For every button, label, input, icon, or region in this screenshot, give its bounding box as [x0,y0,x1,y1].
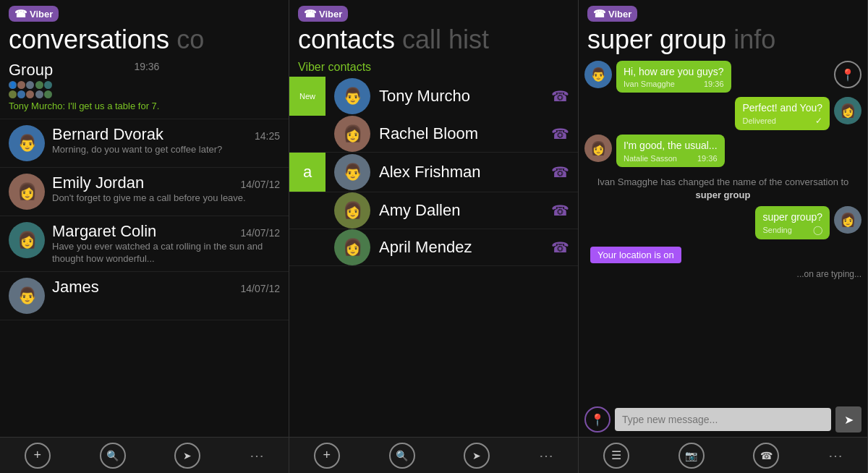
chat-messages-area: 👨 Hi, how are you guys? Ivan Smagghe 19:… [579,55,867,402]
bubble-perfect: Perfect! and You? Delivered ✓ [735,97,830,130]
more-options-button-3[interactable]: ⋯ [828,447,843,464]
status-delivered: Delivered [742,116,775,125]
viber-logo-text-1: Viber [30,9,53,20]
group-av-1: 👤 [9,81,17,89]
viber-logo-icon-3: ☎ [593,8,605,20]
send-button[interactable]: ➤ [835,406,861,432]
james-info: James 14/07/12 [52,278,280,297]
phone-button[interactable]: ☎ [753,443,779,469]
msg-sent-perfect: Perfect! and You? Delivered ✓ 👩 [584,97,861,130]
emily-preview: Don't forget to give me a call before yo… [52,192,280,205]
tony-face: 👨 [334,78,370,114]
conv-item-bernard[interactable]: 👨 Bernard Dvorak 14:25 Morning, do you w… [0,119,289,168]
chat-input-area: 📍 ➤ [579,402,867,437]
input-row: 📍 ➤ [584,406,861,432]
alex-row[interactable]: a 👨 Alex Frishman ☎ [289,153,578,192]
message-input[interactable] [615,408,831,431]
rachel-row[interactable]: 👩 Rachel Bloom ☎ [289,116,578,152]
alex-call-icon[interactable]: ☎ [551,163,569,181]
supergroup-title-row: super group info [587,25,859,55]
emily-avatar: 👩 [9,174,45,210]
viber-logo-icon-1: ☎ [14,8,27,20]
supergroup-toolbar: ☰ 📷 ☎ ⋯ [579,437,867,473]
system-msg-bold: super group [696,189,751,200]
conversations-toolbar: + 🔍 ➤ ⋯ [0,437,289,473]
search-contacts-button[interactable]: 🔍 [389,443,415,469]
group-av-7 [17,90,25,98]
group-av-10 [44,90,52,98]
contacts-toolbar: + 🔍 ➤ ⋯ [289,437,578,473]
bubble-meta-perfect: Delivered ✓ [742,116,822,126]
location-button[interactable]: 📍 [584,406,610,432]
emily-face: 👩 [9,174,45,210]
margaret-face: 👩 [9,222,45,258]
msg-sent-supergroup: super group? Sending ◯ 👩 [584,206,861,239]
viber-logo-text-3: Viber [608,9,631,20]
group-av-4 [35,81,43,89]
bernard-info: Bernard Dvorak 14:25 Morning, do you wan… [52,125,280,156]
bernard-name-row: Bernard Dvorak 14:25 [52,125,280,144]
amy-face: 👩 [334,192,370,229]
natalie-face: 👩 [584,135,612,162]
typing-hint: ...on are typing... [584,269,861,279]
list-view-button[interactable]: ☰ [603,443,629,469]
margaret-info: Margaret Colin 14/07/12 Have you ever wa… [52,222,280,265]
add-conversation-button[interactable]: + [25,443,51,469]
conversations-title-secondary: co [176,25,204,55]
james-face: 👨 [9,278,45,314]
tony-avatar: 👨 [334,78,370,114]
rachel-name: Rachel Bloom [379,124,551,143]
camera-button[interactable]: 📷 [678,443,705,469]
group-av-3 [26,81,34,89]
bubble-text-supergroup: super group? [762,211,822,223]
group-conv-time: 19:36 [134,61,159,80]
bernard-time: 14:25 [255,130,280,142]
conversations-panel: ☎ Viber conversations co Group 19:36 👤 [0,0,289,473]
group-avatars-grid: 👤 [9,81,52,98]
amy-call-icon[interactable]: ☎ [551,202,569,219]
rachel-face: 👩 [334,116,370,152]
location-pin-icon: 📍 [590,413,605,427]
conv-item-margaret[interactable]: 👩 Margaret Colin 14/07/12 Have you ever … [0,216,289,272]
natalie-time: 19:36 [697,154,718,163]
supergroup-title-secondary: info [733,25,775,55]
tony-call-icon[interactable]: ☎ [551,88,569,105]
send-arrow-icon: ➤ [844,413,854,427]
location-row: Your location is on [584,244,861,269]
navigate-button-1[interactable]: ➤ [174,443,200,469]
pin-button[interactable]: 📍 [834,61,861,88]
new-label: New [299,92,315,101]
alex-face: 👨 [334,154,370,190]
bubble-text-natalie: I'm good, the usual... [624,140,718,151]
more-options-button-2[interactable]: ⋯ [539,447,553,464]
bubble-meta-natalie: Natalie Sasson 19:36 [624,154,718,163]
james-time: 14/07/12 [241,283,281,294]
rachel-call-icon[interactable]: ☎ [551,125,569,142]
navigate-button-2[interactable]: ➤ [464,443,490,469]
bubble-natalie: I'm good, the usual... Natalie Sasson 19… [616,135,725,166]
conversations-title-row: conversations co [9,25,280,55]
conv-item-group[interactable]: Group 19:36 👤 [0,55,289,119]
april-row[interactable]: 👩 April Mendez ☎ [289,229,578,266]
sending-clock-icon: ◯ [813,225,822,235]
margaret-avatar: 👩 [9,222,45,258]
bubble-meta-ivan-1: Ivan Smagghe 19:36 [624,80,724,88]
conv-item-james[interactable]: 👨 James 14/07/12 [0,272,289,320]
bubble-meta-supergroup: Sending ◯ [762,225,822,235]
viber-logo-icon-2: ☎ [304,8,316,20]
system-message: Ivan Smagghe has changed the name of the… [584,171,861,206]
natalie-sender: Natalie Sasson [624,154,677,163]
more-options-button-1[interactable]: ⋯ [250,447,264,464]
amy-row[interactable]: 👩 Amy Dallen ☎ [289,192,578,229]
james-avatar: 👨 [9,278,45,314]
search-conversations-button[interactable]: 🔍 [100,443,126,469]
add-contact-button[interactable]: + [314,443,340,469]
april-call-icon[interactable]: ☎ [551,239,569,256]
margaret-name-row: Margaret Colin 14/07/12 [52,222,280,241]
group-avatar-container: Group 19:36 👤 [9,61,159,113]
contacts-header: ☎ Viber contacts call hist [289,0,578,55]
conv-item-emily[interactable]: 👩 Emily Jordan 14/07/12 Don't forget to … [0,168,289,216]
group-av-8 [26,90,34,98]
tony-row[interactable]: New 👨 Tony Murcho ☎ [289,77,578,116]
contacts-title: contacts [298,25,395,55]
